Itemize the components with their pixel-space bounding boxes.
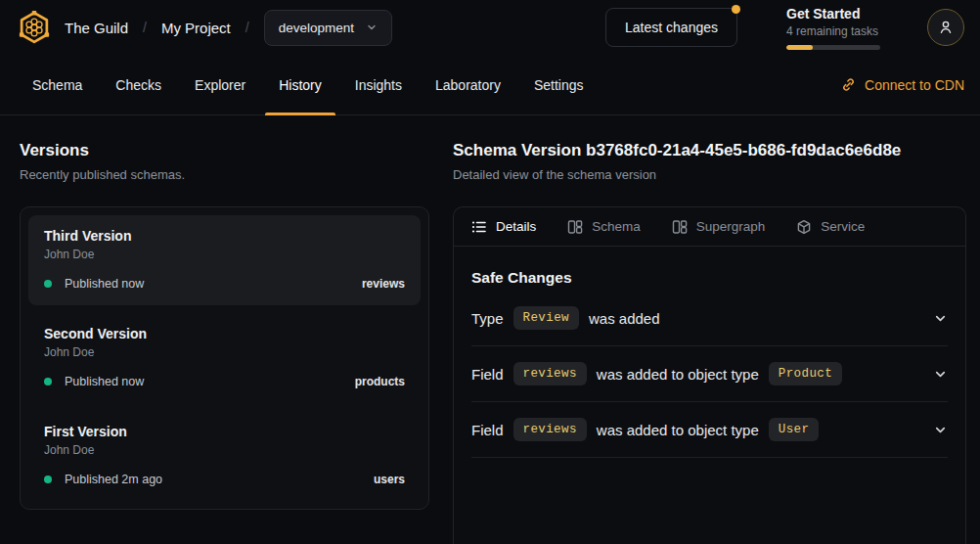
get-started-progress-fill bbox=[786, 45, 813, 50]
version-name: Third Version bbox=[44, 228, 405, 244]
version-author: John Doe bbox=[44, 443, 405, 457]
nav-tab[interactable]: Schema bbox=[16, 55, 99, 114]
schema-version-title: Schema Version b3768fc0-21a4-45e5-b686-f… bbox=[453, 141, 966, 160]
chevron-down-icon[interactable] bbox=[933, 311, 948, 326]
version-name: Second Version bbox=[44, 326, 405, 341]
link-icon bbox=[841, 77, 856, 92]
version-status-row: Published now products bbox=[44, 375, 405, 388]
nav-tab[interactable]: Checks bbox=[99, 55, 178, 114]
version-service-name: users bbox=[374, 473, 405, 486]
versions-panel: Versions Recently published schemas. Thi… bbox=[20, 141, 429, 544]
tab-details-label: Details bbox=[496, 219, 536, 234]
change-code: reviews bbox=[513, 362, 587, 385]
connect-to-cdn-label: Connect to CDN bbox=[865, 77, 964, 93]
connect-to-cdn-link[interactable]: Connect to CDN bbox=[841, 77, 964, 93]
change-code: reviews bbox=[513, 418, 587, 441]
change-prefix: Field bbox=[471, 422, 504, 438]
person-icon bbox=[936, 18, 956, 37]
version-status-row: Published 2m ago users bbox=[44, 473, 405, 486]
target-selector[interactable]: development bbox=[264, 10, 392, 46]
change-row[interactable]: Field reviews was added to object type U… bbox=[471, 402, 948, 458]
tab-schema[interactable]: Schema bbox=[567, 219, 641, 235]
chevron-down-icon[interactable] bbox=[933, 367, 948, 382]
nav-tab[interactable]: Explorer bbox=[178, 55, 262, 114]
detail-content: Safe Changes Type Review was added Field bbox=[454, 247, 965, 458]
breadcrumb-org[interactable]: The Guild bbox=[65, 20, 128, 36]
target-selector-value: development bbox=[279, 21, 354, 35]
versions-list: Third Version John Doe Published now rev… bbox=[20, 206, 429, 510]
chevron-down-icon bbox=[366, 22, 378, 33]
list-icon bbox=[471, 219, 487, 235]
tab-service[interactable]: Service bbox=[796, 219, 865, 235]
change-prefix: Field bbox=[471, 366, 504, 383]
version-status-row: Published now reviews bbox=[44, 277, 405, 291]
versions-subtitle: Recently published schemas. bbox=[20, 167, 429, 182]
get-started-subtitle: 4 remaining tasks bbox=[786, 24, 880, 38]
versions-title: Versions bbox=[20, 141, 429, 160]
nav-tab[interactable]: History bbox=[262, 55, 338, 114]
schema-version-panel: Schema Version b3768fc0-21a4-45e5-b686-f… bbox=[453, 141, 966, 544]
change-code: Review bbox=[513, 306, 579, 330]
tab-details[interactable]: Details bbox=[471, 219, 536, 235]
change-prefix: Type bbox=[471, 310, 504, 327]
project-nav: Schema Checks Explorer History Insights … bbox=[0, 55, 980, 115]
notification-dot-icon bbox=[732, 5, 740, 14]
tab-supergraph-label: Supergraph bbox=[696, 219, 766, 234]
get-started-title: Get Started bbox=[786, 6, 880, 22]
get-started-widget[interactable]: Get Started 4 remaining tasks bbox=[786, 6, 880, 50]
published-status-icon bbox=[44, 476, 52, 483]
box-icon bbox=[796, 219, 812, 235]
breadcrumb: The Guild / My Project / development bbox=[65, 10, 392, 46]
version-status: Published 2m ago bbox=[65, 473, 162, 486]
tab-service-label: Service bbox=[821, 219, 865, 234]
version-status: Published now bbox=[65, 375, 144, 388]
columns-icon bbox=[567, 219, 583, 235]
detail-tabs: Details Schema bbox=[454, 207, 965, 247]
nav-tab[interactable]: Insights bbox=[338, 55, 419, 114]
change-description: was added to object type bbox=[597, 422, 759, 438]
version-author: John Doe bbox=[44, 345, 405, 359]
columns-icon bbox=[672, 219, 688, 235]
change-row[interactable]: Type Review was added bbox=[471, 291, 948, 346]
published-status-icon bbox=[44, 378, 52, 385]
main-content: Versions Recently published schemas. Thi… bbox=[0, 115, 980, 544]
breadcrumb-separator: / bbox=[143, 20, 147, 35]
breadcrumb-project[interactable]: My Project bbox=[161, 20, 231, 36]
top-bar: The Guild / My Project / development Lat… bbox=[0, 0, 980, 55]
latest-changes-label: Latest changes bbox=[625, 20, 718, 35]
change-target-code: User bbox=[769, 418, 820, 441]
published-status-icon bbox=[44, 280, 52, 288]
user-avatar[interactable] bbox=[927, 9, 964, 46]
breadcrumb-separator: / bbox=[245, 20, 249, 35]
chevron-down-icon[interactable] bbox=[933, 423, 948, 437]
change-target-code: Product bbox=[769, 362, 842, 385]
tab-schema-label: Schema bbox=[592, 219, 641, 234]
safe-changes-title: Safe Changes bbox=[471, 269, 948, 287]
version-service-name: products bbox=[355, 375, 405, 388]
version-status: Published now bbox=[65, 277, 144, 291]
schema-version-detail-card: Details Schema bbox=[453, 206, 966, 544]
version-name: First Version bbox=[44, 424, 405, 439]
hive-logo-icon[interactable] bbox=[16, 9, 53, 46]
nav-tab[interactable]: Laboratory bbox=[419, 55, 517, 114]
version-card[interactable]: First Version John Doe Published 2m ago … bbox=[28, 411, 421, 501]
change-description: was added to object type bbox=[597, 366, 759, 383]
nav-tab[interactable]: Settings bbox=[517, 55, 601, 114]
change-row[interactable]: Field reviews was added to object type P… bbox=[471, 346, 948, 402]
change-description: was added bbox=[589, 310, 660, 327]
version-service-name: reviews bbox=[362, 277, 405, 291]
get-started-progress-bar bbox=[786, 45, 880, 50]
version-card[interactable]: Second Version John Doe Published now pr… bbox=[28, 313, 421, 403]
version-author: John Doe bbox=[44, 248, 405, 261]
version-card[interactable]: Third Version John Doe Published now rev… bbox=[28, 215, 421, 305]
schema-version-subtitle: Detailed view of the schema version bbox=[453, 167, 966, 182]
latest-changes-button[interactable]: Latest changes bbox=[605, 8, 737, 47]
tab-supergraph[interactable]: Supergraph bbox=[672, 219, 766, 235]
